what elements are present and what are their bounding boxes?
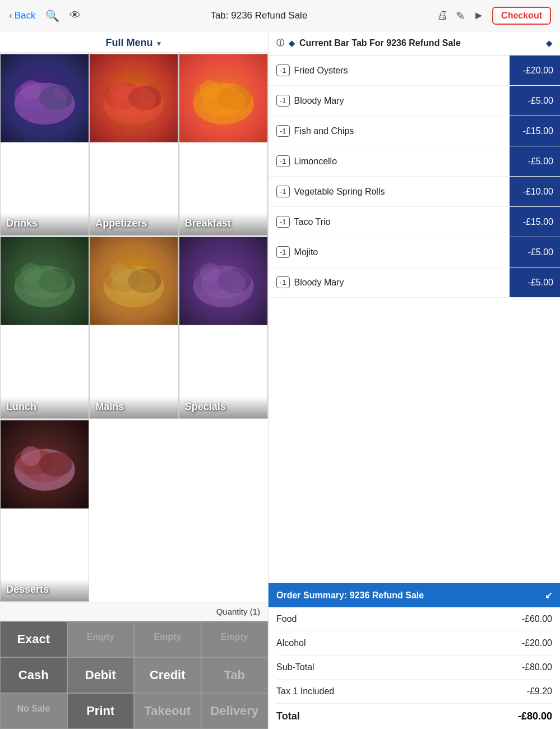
- order-item[interactable]: -1 Bloody Mary -£5.00: [269, 86, 560, 116]
- svg-point-20: [232, 85, 248, 100]
- numpad-cash-button[interactable]: Cash: [0, 657, 67, 693]
- order-summary-label: Order Summary: 9236 Refund Sale: [276, 590, 424, 601]
- numpad-takeout-button[interactable]: Takeout: [134, 693, 201, 729]
- numpad-empty3-button[interactable]: Empty: [201, 621, 269, 657]
- order-item-left: -1 Mojito: [276, 246, 318, 258]
- diamond-icon: ◆: [289, 39, 295, 48]
- numpad-exact-button[interactable]: Exact: [0, 621, 67, 657]
- order-summary: Order Summary: 9236 Refund Sale ↙ Food -…: [269, 583, 560, 729]
- summary-row: Food -£60.00: [276, 607, 552, 631]
- order-item-price: -£20.00: [510, 56, 560, 85]
- back-button[interactable]: ‹ Back: [9, 10, 35, 21]
- svg-point-13: [143, 85, 159, 100]
- order-item[interactable]: -1 Fried Oysters -£20.00: [269, 56, 560, 86]
- minus-badge: -1: [276, 95, 290, 107]
- svg-point-33: [110, 263, 130, 283]
- menu-item-specials[interactable]: Specials: [179, 236, 268, 418]
- svg-point-6: [53, 85, 69, 100]
- order-item-name: Limoncello: [294, 156, 337, 167]
- order-item-left: -1 Fried Oysters: [276, 64, 348, 76]
- minus-badge: -1: [276, 155, 290, 167]
- order-item-name: Bloody Mary: [294, 96, 344, 106]
- minus-badge: -1: [276, 216, 290, 228]
- order-item-price: -£10.00: [510, 177, 560, 206]
- minus-badge: -1: [276, 64, 290, 76]
- full-menu-header[interactable]: Full Menu ▼: [0, 31, 268, 53]
- minus-badge: -1: [276, 186, 290, 197]
- menu-item-label-desserts: Desserts: [1, 579, 89, 601]
- svg-point-19: [200, 80, 219, 100]
- order-item-name: Fish and Chips: [294, 126, 354, 136]
- print-icon[interactable]: 🖨: [437, 9, 448, 22]
- menu-item-label-lunch: Lunch: [1, 396, 89, 418]
- menu-item-desserts[interactable]: Desserts: [0, 419, 89, 602]
- checkout-button[interactable]: Checkout: [492, 7, 551, 25]
- search-icon[interactable]: 🔍: [45, 9, 59, 22]
- order-item[interactable]: -1 Vegetable Spring Rolls -£10.00: [269, 177, 560, 207]
- menu-item-label-drinks: Drinks: [1, 213, 89, 235]
- order-item[interactable]: -1 Limoncello -£5.00: [269, 146, 560, 177]
- numpad-empty1-button[interactable]: Empty: [67, 621, 135, 657]
- menu-item-drinks[interactable]: Drinks: [0, 53, 89, 236]
- menu-item-lunch[interactable]: Lunch: [0, 236, 89, 418]
- order-item-left: -1 Bloody Mary: [276, 276, 344, 288]
- order-item-left: -1 Fish and Chips: [276, 125, 354, 137]
- top-bar-right: 🖨 ✎ ► Checkout: [437, 7, 551, 25]
- numpad-print-button[interactable]: Print: [67, 693, 135, 729]
- summary-row: Tax 1 Included -£9.20: [276, 680, 552, 704]
- edit-icon[interactable]: ✎: [456, 9, 465, 22]
- order-item-price: -£5.00: [510, 237, 560, 267]
- numpad-no-sale-button[interactable]: No Sale: [0, 693, 67, 729]
- order-item-name: Bloody Mary: [294, 278, 344, 288]
- summary-amount: -£60.00: [522, 614, 552, 624]
- order-item-name: Mojito: [294, 247, 318, 257]
- svg-point-47: [21, 446, 40, 465]
- collapse-icon[interactable]: ↙: [545, 590, 552, 601]
- svg-point-41: [232, 268, 248, 284]
- info-icon: ⓘ: [276, 38, 284, 48]
- summary-label: Tax 1 Included: [276, 686, 334, 696]
- svg-point-27: [53, 268, 69, 284]
- top-bar: ‹ Back 🔍 👁 Tab: 9236 Refund Sale 🖨 ✎ ► C…: [0, 0, 560, 31]
- summary-label: Alcohol: [276, 638, 306, 648]
- svg-point-26: [21, 263, 40, 283]
- quantity-label: Quantity (1): [216, 607, 260, 616]
- left-panel: Full Menu ▼ Drinks: [0, 31, 269, 729]
- forward-icon[interactable]: ►: [473, 9, 484, 22]
- order-item[interactable]: -1 Taco Trio -£15.00: [269, 207, 560, 237]
- svg-point-12: [110, 80, 130, 100]
- menu-item-label-breakfast: Breakfast: [179, 213, 267, 235]
- menu-item-label-specials: Specials: [179, 396, 267, 418]
- order-item[interactable]: -1 Bloody Mary -£5.00: [269, 267, 560, 298]
- numpad-empty2-button[interactable]: Empty: [134, 621, 201, 657]
- summary-amount: -£9.20: [527, 686, 552, 696]
- back-chevron-icon: ‹: [9, 10, 12, 21]
- tab-title: Tab: 9236 Refund Sale: [210, 10, 307, 21]
- summary-label: Food: [276, 614, 297, 624]
- menu-item-label-mains: Mains: [90, 396, 178, 418]
- order-item[interactable]: -1 Fish and Chips -£15.00: [269, 116, 560, 146]
- menu-item-breakfast[interactable]: Breakfast: [179, 53, 268, 236]
- order-item-left: -1 Limoncello: [276, 155, 337, 167]
- menu-grid: Drinks Appetizers Breakf: [0, 53, 268, 602]
- numpad-credit-button[interactable]: Credit: [134, 657, 201, 693]
- menu-chevron-icon: ▼: [156, 40, 163, 48]
- order-item[interactable]: -1 Mojito -£5.00: [269, 237, 560, 267]
- bar-tab-header: ⓘ ◆ Current Bar Tab For 9236 Refund Sale…: [269, 31, 560, 56]
- summary-total-row: Total -£80.00: [276, 704, 552, 729]
- diamond-icon-right: ◆: [546, 39, 552, 48]
- order-item-name: Vegetable Spring Rolls: [294, 187, 385, 197]
- menu-item-mains[interactable]: Mains: [89, 236, 178, 418]
- order-summary-body: Food -£60.00Alcohol -£20.00Sub-Total -£8…: [269, 607, 560, 729]
- summary-amount: -£80.00: [522, 662, 552, 672]
- numpad-debit-button[interactable]: Debit: [67, 657, 135, 693]
- order-item-name: Taco Trio: [294, 217, 331, 227]
- minus-badge: -1: [276, 125, 290, 137]
- numpad-delivery-button[interactable]: Delivery: [201, 693, 269, 729]
- menu-item-appetizers[interactable]: Appetizers: [89, 53, 178, 236]
- numpad-tab-button[interactable]: Tab: [201, 657, 269, 693]
- top-bar-left: ‹ Back 🔍 👁: [9, 9, 81, 22]
- summary-row: Sub-Total -£80.00: [276, 656, 552, 680]
- eye-icon[interactable]: 👁: [70, 9, 81, 22]
- summary-amount: -£80.00: [518, 710, 552, 722]
